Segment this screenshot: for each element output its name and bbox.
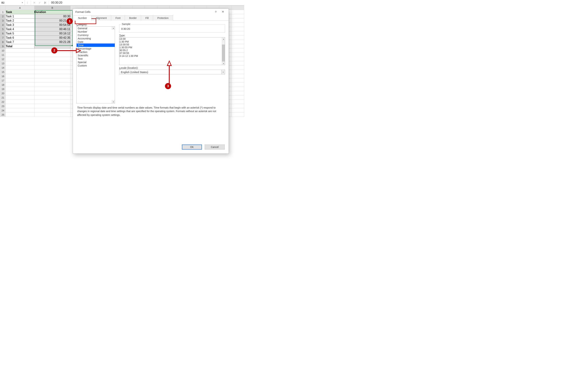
row-header[interactable]: 25 bbox=[0, 113, 6, 117]
cell[interactable] bbox=[34, 91, 71, 96]
category-option[interactable]: Time bbox=[77, 44, 115, 47]
type-option[interactable]: 37:30:55 bbox=[119, 52, 225, 54]
cell[interactable] bbox=[6, 83, 34, 87]
help-button[interactable]: ? bbox=[212, 10, 219, 13]
cell[interactable] bbox=[6, 108, 34, 113]
cell[interactable] bbox=[6, 70, 34, 74]
cell[interactable] bbox=[232, 66, 244, 70]
cell[interactable] bbox=[232, 61, 244, 66]
type-option[interactable]: 3-14-12 1:30 PM bbox=[119, 54, 225, 57]
cell[interactable] bbox=[34, 74, 71, 78]
row-header[interactable]: 13 bbox=[0, 61, 6, 66]
cell[interactable] bbox=[34, 78, 71, 83]
row-header[interactable]: 18 bbox=[0, 83, 6, 87]
cell[interactable] bbox=[232, 53, 244, 57]
cell[interactable] bbox=[6, 61, 34, 66]
cell[interactable] bbox=[34, 66, 71, 70]
cell[interactable] bbox=[6, 113, 34, 117]
cell[interactable]: 00:30 bbox=[34, 14, 71, 19]
cell[interactable] bbox=[34, 57, 71, 61]
row-header[interactable]: 9 bbox=[0, 44, 6, 48]
cell[interactable] bbox=[6, 66, 34, 70]
cell[interactable] bbox=[34, 83, 71, 87]
row-header[interactable]: 24 bbox=[0, 108, 6, 113]
row-header[interactable]: 17 bbox=[0, 78, 6, 83]
cell[interactable] bbox=[232, 108, 244, 113]
cell[interactable] bbox=[34, 100, 71, 104]
category-option[interactable]: Number bbox=[77, 30, 115, 33]
cell[interactable]: Task 3 bbox=[6, 23, 34, 27]
cell[interactable] bbox=[232, 27, 244, 31]
cell[interactable] bbox=[232, 31, 244, 36]
cell[interactable] bbox=[6, 74, 34, 78]
row-header[interactable]: 14 bbox=[0, 66, 6, 70]
cell[interactable] bbox=[232, 83, 244, 87]
close-button[interactable]: ✕ bbox=[219, 10, 227, 13]
col-header-A[interactable]: A bbox=[6, 6, 34, 10]
fx-icon[interactable]: fx bbox=[42, 0, 48, 5]
row-header[interactable]: 11 bbox=[0, 53, 6, 57]
type-option[interactable]: 30:55.2 bbox=[119, 49, 225, 52]
row-header[interactable]: 10 bbox=[0, 48, 6, 53]
cell[interactable] bbox=[232, 44, 244, 48]
cell[interactable] bbox=[6, 104, 34, 108]
category-option[interactable]: General bbox=[77, 26, 115, 30]
type-option[interactable]: 1:30:55 PM bbox=[119, 46, 225, 49]
cell[interactable] bbox=[34, 96, 71, 100]
cancel-button[interactable]: Cancel bbox=[205, 145, 225, 149]
row-header[interactable]: 4 bbox=[0, 23, 6, 27]
scroll-up-icon[interactable]: ▴ bbox=[222, 37, 225, 40]
cell[interactable]: 00:54:54 bbox=[34, 23, 71, 27]
cell[interactable]: Task 2 bbox=[6, 19, 34, 23]
cell[interactable]: Task 1 bbox=[6, 14, 34, 19]
category-option[interactable]: Percentage bbox=[77, 47, 115, 50]
scroll-down-icon[interactable]: ▾ bbox=[222, 62, 225, 65]
cell[interactable]: Task 6 bbox=[6, 36, 34, 40]
cell[interactable] bbox=[34, 61, 71, 66]
row-header[interactable]: 16 bbox=[0, 74, 6, 78]
name-box-dropdown-icon[interactable]: ▾ bbox=[21, 1, 24, 4]
cell[interactable] bbox=[232, 104, 244, 108]
cell[interactable] bbox=[6, 100, 34, 104]
cell[interactable]: 00:46:11 bbox=[34, 27, 71, 31]
total-label[interactable]: Total bbox=[6, 44, 34, 48]
row-header[interactable]: 1 bbox=[0, 10, 6, 14]
cell[interactable] bbox=[232, 91, 244, 96]
cell[interactable] bbox=[34, 113, 71, 117]
cell[interactable] bbox=[232, 10, 244, 14]
row-header[interactable]: 5 bbox=[0, 27, 6, 31]
cell[interactable] bbox=[6, 53, 34, 57]
cell[interactable]: 00:16:12 bbox=[34, 31, 71, 36]
chevron-down-icon[interactable]: ▾ bbox=[221, 70, 225, 74]
cell[interactable] bbox=[6, 57, 34, 61]
tab-number[interactable]: Number bbox=[73, 15, 92, 21]
cell[interactable]: 00:21:28 bbox=[34, 40, 71, 44]
cell[interactable]: Task 7 bbox=[6, 40, 34, 44]
category-option[interactable]: Custom bbox=[77, 64, 115, 67]
category-list[interactable]: ▴ ▾ GeneralNumberCurrencyAccountingDateT… bbox=[76, 26, 115, 103]
cell[interactable] bbox=[232, 74, 244, 78]
cell[interactable] bbox=[232, 36, 244, 40]
cell[interactable] bbox=[232, 48, 244, 53]
cell[interactable] bbox=[232, 78, 244, 83]
type-option[interactable]: 13:30 bbox=[119, 37, 225, 40]
cell[interactable] bbox=[232, 19, 244, 23]
cell[interactable] bbox=[34, 87, 71, 91]
cell[interactable] bbox=[6, 87, 34, 91]
cell[interactable] bbox=[232, 40, 244, 44]
cell[interactable] bbox=[34, 104, 71, 108]
cell[interactable]: Task 4 bbox=[6, 27, 34, 31]
cell[interactable] bbox=[232, 96, 244, 100]
tab-alignment[interactable]: Alignment bbox=[91, 15, 111, 21]
header-duration[interactable]: Duration bbox=[34, 10, 71, 14]
category-option[interactable]: Accounting bbox=[77, 37, 115, 40]
cell[interactable] bbox=[6, 48, 34, 53]
row-header[interactable]: 3 bbox=[0, 19, 6, 23]
cancel-edit-icon[interactable]: ✕ bbox=[32, 0, 37, 5]
cell[interactable]: 00:42:35 bbox=[34, 36, 71, 40]
cell[interactable] bbox=[6, 78, 34, 83]
scroll-down-icon[interactable]: ▾ bbox=[112, 100, 115, 103]
row-header[interactable]: 6 bbox=[0, 31, 6, 36]
cell[interactable]: 00:21:13 bbox=[34, 19, 71, 23]
name-box[interactable] bbox=[0, 1, 21, 4]
